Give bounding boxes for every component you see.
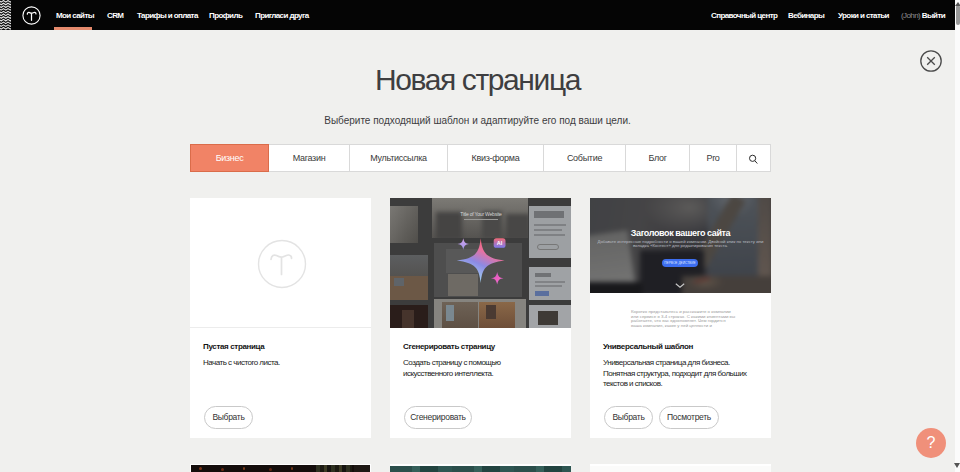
svg-text:AI: AI <box>497 240 503 246</box>
